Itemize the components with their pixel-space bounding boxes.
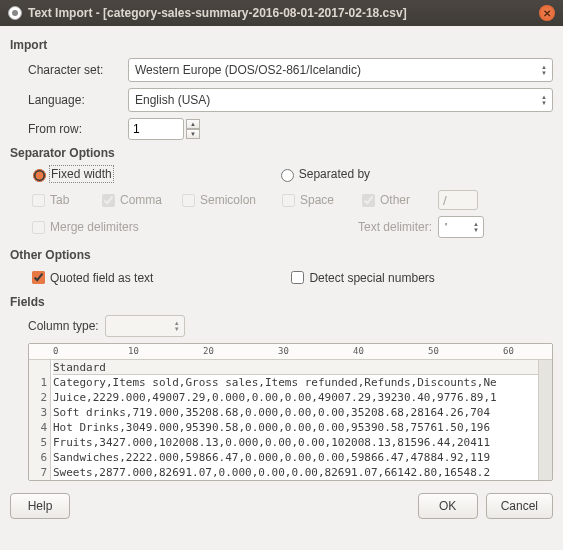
ruler-tick: 30 — [278, 346, 289, 356]
merge-check: Merge delimiters — [28, 218, 264, 237]
coltype-label: Column type: — [28, 319, 99, 333]
quoted-check[interactable]: Quoted field as text — [28, 268, 153, 287]
spin-icon: ▲▼ — [172, 317, 182, 335]
table-row: Hot Drinks,3049.000,95390.58,0.000,0.00,… — [53, 420, 538, 435]
svg-point-0 — [12, 10, 18, 16]
help-button[interactable]: Help — [10, 493, 70, 519]
close-icon[interactable]: ✕ — [539, 5, 555, 21]
preview-grid[interactable]: 0102030405060 1234567 Standard Category,… — [28, 343, 553, 481]
ruler-tick: 10 — [128, 346, 139, 356]
tab-check: Tab — [28, 191, 84, 210]
ruler-tick: 20 — [203, 346, 214, 356]
data-column[interactable]: Standard Category,Items sold,Gross sales… — [51, 360, 538, 480]
charset-combo[interactable]: Western Europe (DOS/OS2-861/Icelandic) ▲… — [128, 58, 553, 82]
cancel-button[interactable]: Cancel — [486, 493, 553, 519]
titlebar: Text Import - [category-sales-summary-20… — [0, 0, 563, 26]
charset-value: Western Europe (DOS/OS2-861/Icelandic) — [135, 63, 361, 77]
semicolon-check: Semicolon — [178, 191, 264, 210]
import-heading: Import — [10, 38, 553, 52]
ruler[interactable]: 0102030405060 — [29, 344, 552, 360]
spin-icon: ▲▼ — [538, 90, 550, 110]
detect-check[interactable]: Detect special numbers — [287, 268, 434, 287]
ruler-tick: 60 — [503, 346, 514, 356]
fromrow-down[interactable]: ▼ — [186, 129, 200, 139]
other-check: Other — [358, 191, 424, 210]
app-icon — [8, 6, 22, 20]
language-combo[interactable]: English (USA) ▲▼ — [128, 88, 553, 112]
other-heading: Other Options — [10, 248, 553, 262]
table-row: Sweets,2877.000,82691.07,0.000,0.00,0.00… — [53, 465, 538, 480]
language-value: English (USA) — [135, 93, 210, 107]
charset-label: Character set: — [28, 63, 128, 77]
ruler-tick: 40 — [353, 346, 364, 356]
text-delim-combo[interactable]: ' ▲▼ — [438, 216, 484, 238]
table-row: Sandwiches,2222.000,59866.47,0.000,0.00,… — [53, 450, 538, 465]
button-bar: Help OK Cancel — [10, 493, 553, 519]
fixed-width-label: Fixed width — [51, 167, 112, 181]
fromrow-label: From row: — [28, 122, 128, 136]
dialog-body: Import Character set: Western Europe (DO… — [0, 26, 563, 529]
other-input — [438, 190, 478, 210]
coltype-combo: ▲▼ — [105, 315, 185, 337]
column-header[interactable]: Standard — [53, 360, 538, 375]
scrollbar-vertical[interactable] — [538, 360, 552, 480]
separator-heading: Separator Options — [10, 146, 553, 160]
separated-by-label: Separated by — [299, 167, 370, 181]
table-row: Soft drinks,719.000,35208.68,0.000,0.00,… — [53, 405, 538, 420]
window-title: Text Import - [category-sales-summary-20… — [28, 6, 407, 20]
fixed-width-radio[interactable]: Fixed width — [28, 166, 112, 182]
spin-icon: ▲▼ — [471, 218, 481, 236]
table-row: Category,Items sold,Gross sales,Items re… — [53, 375, 538, 390]
language-label: Language: — [28, 93, 128, 107]
space-check: Space — [278, 191, 344, 210]
table-row: Fruits,3427.000,102008.13,0.000,0.00,0.0… — [53, 435, 538, 450]
comma-check: Comma — [98, 191, 164, 210]
separated-by-radio[interactable]: Separated by — [276, 166, 370, 182]
fromrow-up[interactable]: ▲ — [186, 119, 200, 129]
fromrow-input[interactable] — [128, 118, 184, 140]
spin-icon: ▲▼ — [538, 60, 550, 80]
ruler-tick: 0 — [53, 346, 58, 356]
text-delim-label: Text delimiter: — [278, 220, 438, 234]
fromrow-stepper[interactable]: ▲ ▼ — [128, 118, 200, 140]
row-numbers: 1234567 — [29, 360, 51, 480]
fields-heading: Fields — [10, 295, 553, 309]
ok-button[interactable]: OK — [418, 493, 478, 519]
table-row: Juice,2229.000,49007.29,0.000,0.00,0.00,… — [53, 390, 538, 405]
ruler-tick: 50 — [428, 346, 439, 356]
